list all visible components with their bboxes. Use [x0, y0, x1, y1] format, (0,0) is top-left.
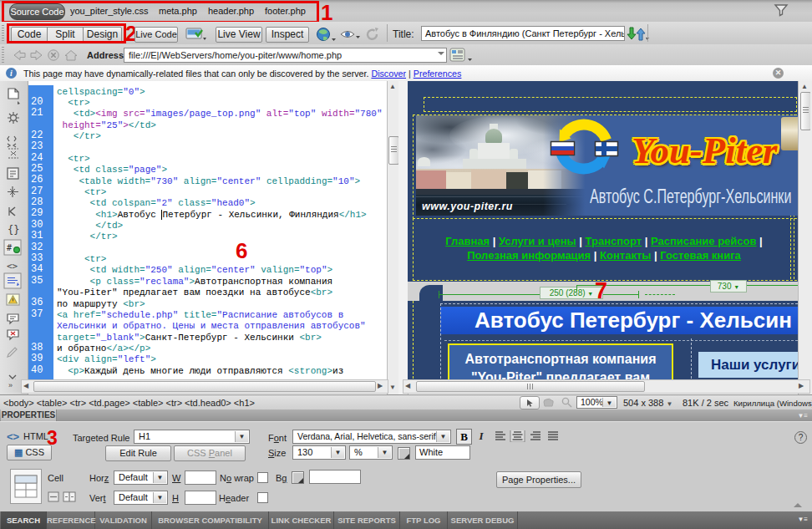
svg-text:<>: <> — [7, 261, 18, 272]
svg-text:{}: {} — [8, 224, 19, 236]
svg-text:#: # — [7, 243, 12, 252]
